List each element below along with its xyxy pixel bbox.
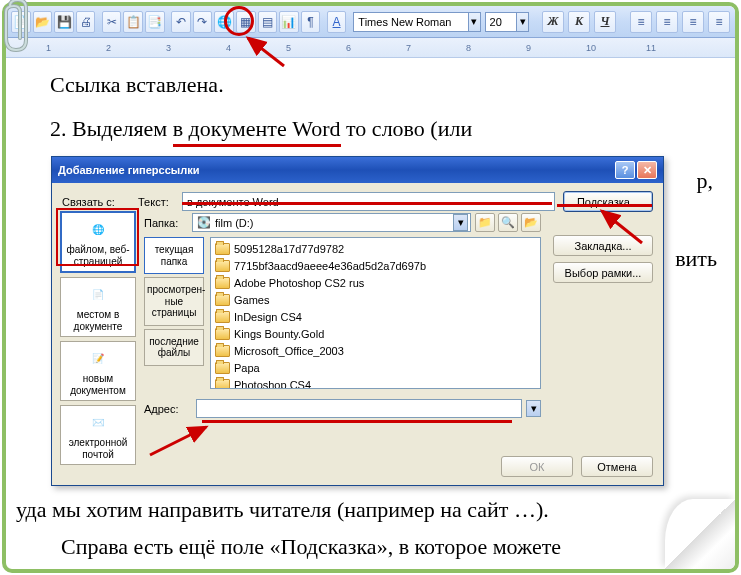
linkto-email[interactable]: ✉️ электронной почтой bbox=[60, 405, 136, 465]
folder-icon bbox=[215, 243, 230, 255]
align-left[interactable]: ≡ bbox=[630, 11, 652, 33]
align-justify[interactable]: ≡ bbox=[708, 11, 730, 33]
underline-button[interactable]: Ч bbox=[594, 11, 616, 33]
linkto-newdoc[interactable]: 📝 новым документом bbox=[60, 341, 136, 401]
chevron-down-icon[interactable]: ▾ bbox=[453, 214, 468, 231]
list-item[interactable]: Photoshop CS4 bbox=[213, 376, 538, 389]
toolbar-btn[interactable]: 📊 bbox=[279, 11, 299, 33]
ruler-mark: 1 bbox=[46, 43, 106, 53]
page-curl bbox=[665, 499, 735, 569]
toolbar-btn[interactable]: 📋 bbox=[123, 11, 143, 33]
svg-line-2 bbox=[150, 427, 206, 455]
help-button[interactable]: ? bbox=[615, 161, 635, 179]
linkto-label: Связать с: bbox=[62, 196, 138, 208]
drive-icon: 💽 bbox=[197, 216, 211, 229]
bookmark-button[interactable]: Закладка... bbox=[553, 235, 653, 256]
linkto-place[interactable]: 📄 местом в документе bbox=[60, 277, 136, 337]
ruler-mark: 8 bbox=[466, 43, 526, 53]
email-icon: ✉️ bbox=[86, 412, 110, 434]
list-item[interactable]: Games bbox=[213, 291, 538, 308]
toolbar-btn[interactable]: 📑 bbox=[145, 11, 165, 33]
list-item[interactable]: Kings Bounty.Gold bbox=[213, 325, 538, 342]
doc-line: Справа есть ещё поле «Подсказка», в кото… bbox=[61, 534, 701, 560]
folder-dropdown[interactable]: 💽 film (D:) ▾ bbox=[192, 213, 471, 232]
annotation-arrow bbox=[144, 421, 224, 461]
linkto-file-web[interactable]: 🌐 файлом, веб-страницей bbox=[60, 211, 136, 273]
toolbar-btn[interactable]: ✂ bbox=[102, 11, 122, 33]
dialog-title: Добавление гиперссылки bbox=[58, 164, 613, 176]
toolbar-btn[interactable]: ↶ bbox=[171, 11, 191, 33]
file-web-icon: 🌐 bbox=[86, 219, 110, 241]
size-selector[interactable]: 20 bbox=[485, 12, 518, 32]
underline-lbl: Ч bbox=[601, 14, 610, 29]
folder-icon bbox=[215, 277, 230, 289]
bold-lbl: Ж bbox=[548, 14, 559, 29]
file-name: Games bbox=[234, 294, 269, 306]
font-selector[interactable]: Times New Roman bbox=[353, 12, 469, 32]
newdoc-icon: 📝 bbox=[86, 348, 110, 370]
cancel-button[interactable]: Отмена bbox=[581, 456, 653, 477]
folder-icon bbox=[215, 294, 230, 306]
list-item[interactable]: Adobe Photoshop CS2 rus bbox=[213, 274, 538, 291]
align-right[interactable]: ≡ bbox=[682, 11, 704, 33]
toolbar-btn[interactable]: 💾 bbox=[54, 11, 74, 33]
text: то слово (или bbox=[341, 116, 473, 141]
list-item[interactable]: 5095128a17d77d9782 bbox=[213, 240, 538, 257]
ruler-mark: 9 bbox=[526, 43, 586, 53]
tab-browsed-pages[interactable]: просмотрен- ные страницы bbox=[144, 277, 204, 326]
toolbar-btn[interactable]: ¶ bbox=[301, 11, 321, 33]
bold-button[interactable]: Ж bbox=[542, 11, 564, 33]
highlighted-text: в документе Word bbox=[173, 114, 341, 148]
folder-icon bbox=[215, 328, 230, 340]
ruler-mark: 7 bbox=[406, 43, 466, 53]
toolbar-btn[interactable]: ↷ bbox=[193, 11, 213, 33]
list-item[interactable]: InDesign CS4 bbox=[213, 308, 538, 325]
browse-file-button[interactable]: 📂 bbox=[521, 213, 541, 232]
toolbar-btn[interactable]: ▤ bbox=[258, 11, 278, 33]
address-input[interactable] bbox=[196, 399, 522, 418]
address-history-drop[interactable]: ▾ bbox=[526, 400, 541, 417]
ruler-mark: 4 bbox=[226, 43, 286, 53]
ruler-mark: 6 bbox=[346, 43, 406, 53]
up-folder-button[interactable]: 📁 bbox=[475, 213, 495, 232]
doc-line: 2. Выделяем в документе Word то слово (и… bbox=[50, 114, 701, 148]
file-list[interactable]: 5095128a17d77d9782 7715bf3aacd9aeee4e36a… bbox=[210, 237, 541, 389]
ruler-mark: 3 bbox=[166, 43, 226, 53]
align-center[interactable]: ≡ bbox=[656, 11, 678, 33]
font-size: 20 bbox=[490, 16, 502, 28]
file-name: Microsoft_Office_2003 bbox=[234, 345, 344, 357]
screentip-button[interactable]: Подсказка... bbox=[563, 191, 653, 212]
browse-web-button[interactable]: 🔍 bbox=[498, 213, 518, 232]
display-text-input[interactable] bbox=[182, 192, 555, 211]
folder-icon bbox=[215, 311, 230, 323]
close-button[interactable]: ✕ bbox=[637, 161, 657, 179]
text-label: Текст: bbox=[138, 196, 182, 208]
ruler-mark: 5 bbox=[286, 43, 346, 53]
dialog-titlebar[interactable]: Добавление гиперссылки ? ✕ bbox=[52, 157, 663, 183]
hyperlink-button[interactable]: 🌐 bbox=[214, 11, 234, 33]
target-frame-button[interactable]: Выбор рамки... bbox=[553, 262, 653, 283]
tab-current-folder[interactable]: текущая папка bbox=[144, 237, 204, 274]
doc-line: Ссылка вставлена. bbox=[50, 70, 701, 100]
folder-icon bbox=[215, 379, 230, 390]
font-drop[interactable]: ▾ bbox=[469, 12, 481, 32]
toolbar-btn[interactable]: ▦ bbox=[236, 11, 256, 33]
list-item[interactable]: 7715bf3aacd9aeee4e36ad5d2a7d697b bbox=[213, 257, 538, 274]
list-item[interactable]: Papa bbox=[213, 359, 538, 376]
file-name: 7715bf3aacd9aeee4e36ad5d2a7d697b bbox=[234, 260, 426, 272]
toolbar-btn[interactable]: 🖨 bbox=[76, 11, 96, 33]
linkto-label: электронной почтой bbox=[63, 437, 133, 460]
style-btn[interactable]: A bbox=[327, 11, 347, 33]
document-body[interactable]: Ссылка вставлена. 2. Выделяем в документ… bbox=[6, 58, 735, 147]
file-name: 5095128a17d77d9782 bbox=[234, 243, 344, 255]
ruler: 1 2 3 4 5 6 7 8 9 10 11 bbox=[6, 38, 735, 58]
folder-value: film (D:) bbox=[215, 217, 449, 229]
tab-recent-files[interactable]: последние файлы bbox=[144, 329, 204, 366]
size-drop[interactable]: ▾ bbox=[517, 12, 529, 32]
folder-icon bbox=[215, 345, 230, 357]
list-item[interactable]: Microsoft_Office_2003 bbox=[213, 342, 538, 359]
address-label: Адрес: bbox=[144, 403, 192, 415]
font-name: Times New Roman bbox=[358, 16, 451, 28]
italic-button[interactable]: К bbox=[568, 11, 590, 33]
ok-button[interactable]: ОК bbox=[501, 456, 573, 477]
